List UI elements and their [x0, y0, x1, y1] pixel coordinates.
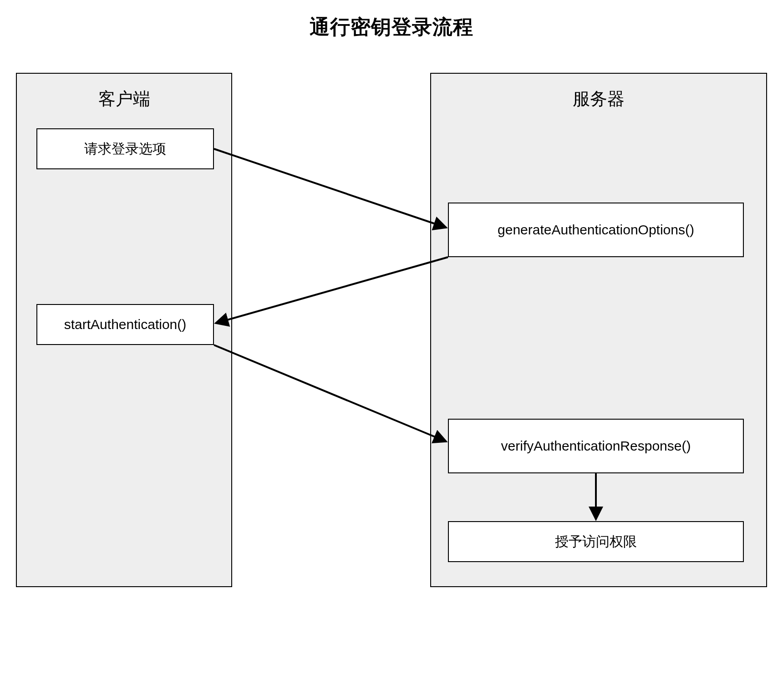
- diagram-canvas: 通行密钥登录流程 客户端 服务器 请求登录选项 generateAuthenti…: [0, 0, 783, 700]
- lane-client-header: 客户端: [17, 87, 231, 111]
- lane-server-header: 服务器: [431, 87, 766, 111]
- node-grant-access: 授予访问权限: [448, 521, 744, 562]
- diagram-title: 通行密钥登录流程: [0, 14, 783, 41]
- arrow-request-to-generate: [214, 149, 446, 228]
- arrow-start-to-verify: [214, 345, 446, 441]
- lane-server: 服务器: [430, 73, 767, 587]
- node-start-authentication: startAuthentication(): [36, 304, 214, 345]
- node-verify-authentication-response: verifyAuthenticationResponse(): [448, 419, 744, 473]
- arrow-generate-to-start: [216, 257, 448, 323]
- node-request-login-options: 请求登录选项: [36, 128, 214, 169]
- node-generate-authentication-options: generateAuthenticationOptions(): [448, 203, 744, 257]
